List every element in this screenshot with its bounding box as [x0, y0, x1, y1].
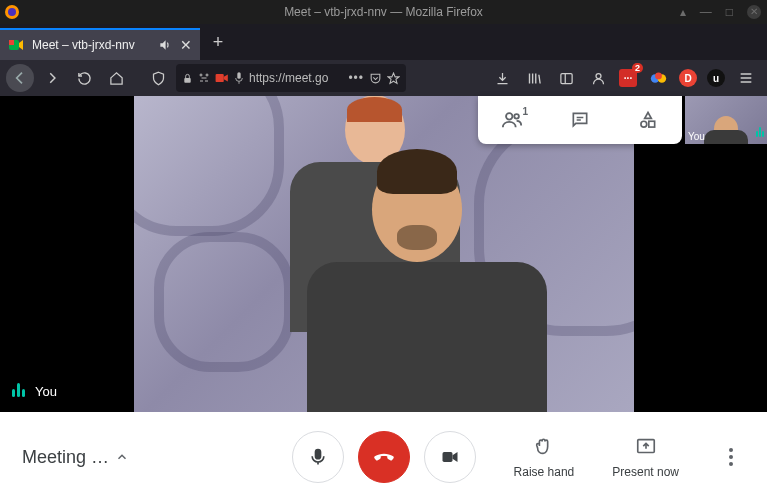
sidebar-icon[interactable] — [555, 67, 577, 89]
bookmark-star-icon[interactable] — [387, 72, 400, 85]
extension-u[interactable]: u — [707, 69, 725, 87]
raise-hand-button[interactable]: Raise hand — [514, 435, 575, 479]
leave-call-button[interactable] — [358, 431, 410, 483]
svg-rect-4 — [184, 78, 190, 83]
svg-point-10 — [596, 73, 601, 78]
shield-icon[interactable] — [144, 64, 172, 92]
svg-point-1 — [8, 8, 16, 16]
browser-tab[interactable]: Meet – vtb-jrxd-nnv ✕ — [0, 28, 200, 60]
meet-viewport: You 1 You — [0, 96, 767, 412]
camera-toggle-button[interactable] — [424, 431, 476, 483]
meet-control-bar: Meeting … Raise hand Present now — [0, 412, 767, 502]
activities-button[interactable] — [614, 96, 682, 144]
forward-button[interactable] — [38, 64, 66, 92]
main-video-name: You — [35, 384, 57, 399]
meeting-details-button[interactable]: Meeting … — [22, 447, 129, 468]
raise-hand-icon — [533, 435, 555, 459]
meet-top-toolbar: 1 — [478, 96, 682, 144]
extension-badge: 2 — [632, 63, 643, 73]
url-text: https://meet.go — [249, 71, 343, 85]
svg-point-5 — [200, 74, 202, 76]
url-field[interactable]: https://meet.go ••• — [176, 64, 406, 92]
main-video-label: You — [12, 383, 57, 400]
svg-rect-3 — [9, 40, 14, 45]
tab-close-icon[interactable]: ✕ — [180, 37, 192, 53]
svg-rect-19 — [442, 452, 452, 462]
camera-indicator-icon[interactable] — [215, 72, 229, 84]
window-maximize-icon[interactable]: □ — [726, 6, 733, 18]
window-controls: ▴ — □ ✕ — [680, 5, 761, 19]
svg-point-15 — [514, 114, 519, 119]
tab-audio-icon[interactable] — [158, 38, 172, 52]
more-options-button[interactable] — [717, 448, 745, 466]
people-count: 1 — [522, 106, 528, 117]
reload-button[interactable] — [70, 64, 98, 92]
chat-button[interactable] — [546, 96, 614, 144]
self-tile-label: You — [688, 131, 705, 142]
lock-icon — [182, 73, 193, 84]
os-titlebar: Meet – vtb-jrxd-nnv — Mozilla Firefox ▴ … — [0, 0, 767, 24]
google-meet-icon — [8, 37, 24, 53]
present-now-label: Present now — [612, 465, 679, 479]
page-action-overflow-icon[interactable]: ••• — [348, 71, 364, 85]
url-toolbar: https://meet.go ••• ··· 2 D — [0, 60, 767, 96]
svg-point-6 — [206, 74, 208, 76]
speaking-indicator-icon — [12, 383, 27, 400]
extension-d-label: D — [684, 73, 691, 84]
self-video-tile[interactable]: You — [685, 96, 767, 144]
svg-rect-8 — [237, 72, 240, 79]
right-controls: Raise hand Present now — [514, 435, 745, 479]
extension-u-label: u — [713, 73, 719, 84]
svg-rect-18 — [315, 450, 320, 459]
svg-rect-9 — [560, 73, 571, 83]
window-title: Meet – vtb-jrxd-nnv — Mozilla Firefox — [284, 5, 483, 19]
meeting-details-label: Meeting … — [22, 447, 109, 468]
chevron-up-icon — [115, 450, 129, 464]
window-close-icon[interactable]: ✕ — [747, 5, 761, 19]
present-now-button[interactable]: Present now — [612, 435, 679, 479]
microphone-indicator-icon[interactable] — [234, 72, 244, 84]
pocket-icon[interactable] — [369, 72, 382, 85]
people-button[interactable]: 1 — [478, 96, 546, 144]
svg-point-13 — [655, 72, 662, 79]
tab-strip: Meet – vtb-jrxd-nnv ✕ + — [0, 24, 767, 60]
toolbar-right: ··· 2 D u — [491, 67, 761, 89]
library-icon[interactable] — [523, 67, 545, 89]
svg-rect-7 — [216, 74, 224, 82]
extension-lastpass-glyph: ··· — [624, 73, 632, 84]
svg-point-14 — [506, 113, 512, 119]
center-controls — [292, 431, 476, 483]
tab-title: Meet – vtb-jrxd-nnv — [32, 38, 150, 52]
present-now-icon — [635, 435, 657, 459]
foreground-figure — [307, 157, 527, 412]
app-menu-icon[interactable] — [735, 67, 757, 89]
microphone-toggle-button[interactable] — [292, 431, 344, 483]
back-button[interactable] — [6, 64, 34, 92]
svg-point-16 — [641, 121, 647, 127]
permissions-icon[interactable] — [198, 72, 210, 84]
extension-lastpass[interactable]: ··· 2 — [619, 69, 637, 87]
extension-colorful[interactable] — [647, 67, 669, 89]
svg-rect-17 — [649, 121, 655, 127]
window-ontop-icon[interactable]: ▴ — [680, 6, 686, 18]
self-speaking-indicator-icon — [755, 123, 764, 141]
account-icon[interactable] — [587, 67, 609, 89]
downloads-icon[interactable] — [491, 67, 513, 89]
firefox-icon — [4, 4, 20, 20]
extension-d[interactable]: D — [679, 69, 697, 87]
new-tab-button[interactable]: + — [200, 24, 236, 60]
home-button[interactable] — [102, 64, 130, 92]
window-minimize-icon[interactable]: — — [700, 6, 712, 18]
raise-hand-label: Raise hand — [514, 465, 575, 479]
